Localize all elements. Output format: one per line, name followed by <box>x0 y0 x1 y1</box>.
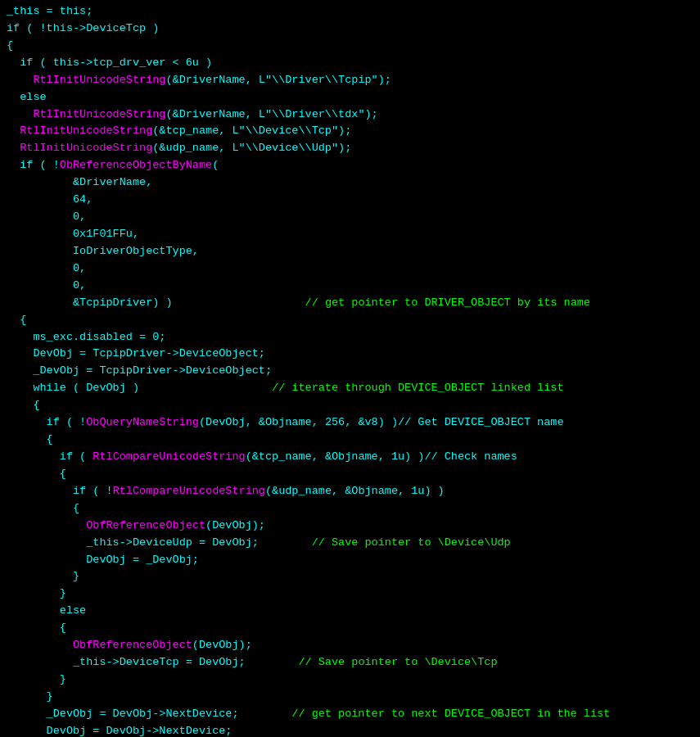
code-line: DevObj = _DevObj; <box>7 552 693 569</box>
code-line: { <box>7 38 693 55</box>
code-line: else <box>7 603 693 620</box>
code-line: if ( this->tcp_drv_ver < 6u ) <box>7 55 693 72</box>
code-line: 0, <box>7 260 693 278</box>
code-line: 0, <box>7 209 693 226</box>
code-line: if ( !this->DeviceTcp ) <box>7 20 693 38</box>
code-line: } <box>7 586 693 603</box>
code-line: if ( RtlCompareUnicodeString(&tcp_name, … <box>7 449 693 466</box>
code-line: ObfReferenceObject(DevObj); <box>7 637 693 654</box>
code-line: IoDriverObjectType, <box>7 243 693 260</box>
code-line: &TcpipDriver) ) // get pointer to DRIVER… <box>7 295 693 312</box>
code-line: RtlInitUnicodeString(&DriverName, L"\\Dr… <box>7 72 693 89</box>
code-line: if ( !ObQueryNameString(DevObj, &Objname… <box>7 414 693 432</box>
code-line: DevObj = TcpipDriver->DeviceObject; <box>7 346 693 363</box>
code-container: _this = this;if ( !this->DeviceTcp ){ if… <box>0 0 700 737</box>
code-line: } <box>7 689 693 706</box>
code-line: _this->DeviceUdp = DevObj; // Save point… <box>7 535 693 552</box>
code-line: &DriverName, <box>7 174 693 192</box>
code-line: 0x1F01FFu, <box>7 226 693 243</box>
code-line: { <box>7 312 693 329</box>
code-line: RtlInitUnicodeString(&DriverName, L"\\Dr… <box>7 106 693 124</box>
code-line: ObfReferenceObject(DevObj); <box>7 518 693 535</box>
code-line: _this->DeviceTcp = DevObj; // Save point… <box>7 654 693 671</box>
code-line: if ( !ObReferenceObjectByName( <box>7 157 693 174</box>
code-line: _DevObj = DevObj->NextDevice; // get poi… <box>7 706 693 723</box>
code-line: _this = this; <box>7 3 693 20</box>
code-line: 0, <box>7 278 693 295</box>
code-line: { <box>7 432 693 449</box>
code-line: { <box>7 466 693 483</box>
code-line: { <box>7 397 693 414</box>
code-line: RtlInitUnicodeString(&tcp_name, L"\\Devi… <box>7 123 693 140</box>
code-line: } <box>7 568 693 586</box>
code-line: DevObj = DevObj->NextDevice; <box>7 723 693 737</box>
code-line: } <box>7 671 693 689</box>
code-line: RtlInitUnicodeString(&udp_name, L"\\Devi… <box>7 140 693 157</box>
code-line: _DevObj = TcpipDriver->DeviceObject; <box>7 363 693 380</box>
code-line: 64, <box>7 192 693 209</box>
code-line: if ( !RtlCompareUnicodeString(&udp_name,… <box>7 483 693 500</box>
code-line: { <box>7 500 693 518</box>
code-line: else <box>7 89 693 106</box>
code-line: { <box>7 620 693 637</box>
code-line: while ( DevObj ) // iterate through DEVI… <box>7 380 693 397</box>
code-line: ms_exc.disabled = 0; <box>7 329 693 346</box>
